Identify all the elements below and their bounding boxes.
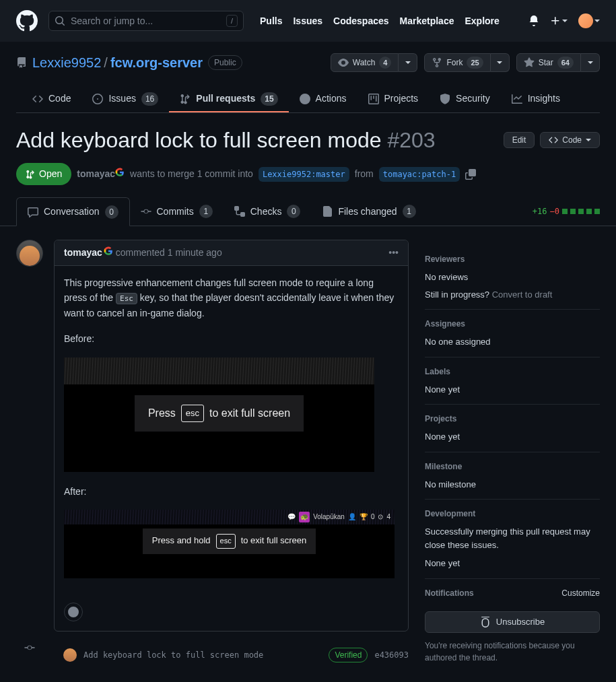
- tab-security[interactable]: Security: [429, 86, 501, 112]
- nav-issues[interactable]: Issues: [293, 14, 322, 28]
- nav-codespaces[interactable]: Codespaces: [333, 14, 388, 28]
- prtab-files[interactable]: Files changed1: [311, 198, 426, 226]
- comment-box: tomayac commented 1 minute ago ••• This …: [54, 240, 409, 632]
- tab-pull-requests[interactable]: Pull requests15: [169, 86, 288, 112]
- repo-icon: [16, 57, 27, 68]
- watch-button[interactable]: Watch4: [331, 53, 418, 72]
- base-branch[interactable]: Lexxie9952:master: [259, 167, 349, 182]
- pr-number: #203: [387, 128, 435, 152]
- watch-dropdown[interactable]: [399, 53, 417, 72]
- sidebar: Reviewers No reviews Still in progress? …: [425, 240, 600, 672]
- commit-sha[interactable]: e436093: [374, 649, 409, 661]
- pr-meta: Open tomayac wants to merge 1 commit int…: [16, 163, 600, 185]
- sidebar-assignees[interactable]: Assignees No one assigned: [425, 310, 600, 357]
- sidebar-labels[interactable]: Labels None yet: [425, 357, 600, 405]
- pr-header: Add keyboard lock to full screen mode #2…: [0, 113, 616, 185]
- verified-badge[interactable]: Verified: [329, 648, 368, 662]
- repo-tabs: Code Issues16 Pull requests15 Actions Pr…: [16, 86, 600, 113]
- repo-name[interactable]: fcw.org-server: [110, 55, 203, 70]
- breadcrumb: Lexxie9952/fcw.org-server: [32, 53, 203, 73]
- top-nav: Pulls Issues Codespaces Marketplace Expl…: [260, 14, 500, 28]
- comment-author[interactable]: tomayac: [64, 246, 113, 260]
- nav-pulls[interactable]: Pulls: [260, 14, 282, 28]
- visibility-badge: Public: [208, 55, 242, 70]
- commit-dot-icon: [24, 642, 35, 653]
- comment-body: This progressive enhancement changes ful…: [55, 266, 408, 600]
- sidebar-projects[interactable]: Projects None yet: [425, 405, 600, 452]
- comment-menu-icon[interactable]: •••: [388, 246, 399, 260]
- add-reaction-button[interactable]: [64, 603, 83, 621]
- pr-title: Add keyboard lock to full screen mode #2…: [16, 124, 436, 156]
- search-placeholder: Search or jump to...: [71, 14, 153, 28]
- repo-owner[interactable]: Lexxie9952: [32, 55, 101, 70]
- nav-marketplace[interactable]: Marketplace: [400, 14, 454, 28]
- google-badge-icon: [104, 246, 113, 256]
- convert-to-draft[interactable]: Convert to draft: [492, 289, 553, 300]
- pr-author[interactable]: tomayac: [77, 167, 125, 181]
- commit-avatar: [63, 648, 77, 662]
- comment-avatar[interactable]: [16, 240, 43, 267]
- search-slash-hint: /: [226, 15, 238, 28]
- before-screenshot[interactable]: Pressescto exit full screen: [64, 357, 374, 472]
- copy-icon[interactable]: [465, 169, 476, 180]
- search-icon: [55, 15, 65, 26]
- unsubscribe-button[interactable]: Unsubscribe: [425, 611, 600, 633]
- github-logo[interactable]: [16, 10, 38, 32]
- head-branch[interactable]: tomayac:patch-1: [379, 167, 460, 182]
- fork-button[interactable]: Fork25: [424, 53, 509, 72]
- global-header: Search or jump to... / Pulls Issues Code…: [0, 0, 616, 42]
- search-input[interactable]: Search or jump to... /: [48, 11, 244, 31]
- nav-explore[interactable]: Explore: [465, 14, 499, 28]
- user-menu[interactable]: [578, 13, 600, 28]
- sidebar-reviewers[interactable]: Reviewers No reviews Still in progress? …: [425, 245, 600, 310]
- tab-insights[interactable]: Insights: [501, 86, 571, 112]
- pr-tabs: Conversation0 Commits1 Checks0 Files cha…: [0, 197, 616, 226]
- pr-state-badge: Open: [16, 163, 71, 185]
- avatar: [578, 13, 593, 28]
- fork-dropdown[interactable]: [491, 53, 510, 72]
- commit-row[interactable]: Add keyboard lock to full screen mode Ve…: [54, 642, 409, 668]
- diffstat: +16 −0: [533, 205, 600, 217]
- after-screenshot[interactable]: 💬🐢Volapūkan👤🏆0⊙4 Press and holdescto exi…: [64, 510, 395, 578]
- edit-button[interactable]: Edit: [504, 132, 535, 148]
- prtab-conversation[interactable]: Conversation0: [16, 197, 130, 226]
- notifications-note: You're receiving notifications because y…: [425, 640, 600, 664]
- prtab-checks[interactable]: Checks0: [224, 198, 312, 226]
- tab-projects[interactable]: Projects: [357, 86, 430, 112]
- add-menu[interactable]: [550, 15, 568, 26]
- repo-header: Lexxie9952/fcw.org-server Public Watch4 …: [0, 42, 616, 113]
- commit-message: Add keyboard lock to full screen mode: [83, 649, 263, 661]
- google-badge-icon: [115, 168, 125, 177]
- sidebar-development[interactable]: Development Successfully merging this pu…: [425, 500, 600, 579]
- comment-timestamp: commented 1 minute ago: [116, 246, 222, 260]
- notifications-icon[interactable]: [528, 15, 539, 26]
- prtab-commits[interactable]: Commits1: [130, 198, 224, 226]
- sidebar-milestone[interactable]: Milestone No milestone: [425, 452, 600, 500]
- tab-actions[interactable]: Actions: [289, 86, 357, 112]
- tab-issues[interactable]: Issues16: [81, 86, 169, 112]
- code-button[interactable]: Code: [540, 132, 600, 148]
- star-button[interactable]: Star64: [516, 53, 600, 72]
- customize-link[interactable]: Customize: [561, 587, 600, 605]
- tab-code[interactable]: Code: [22, 86, 81, 112]
- star-dropdown[interactable]: [581, 53, 600, 72]
- sidebar-notifications: Notifications Customize Unsubscribe You'…: [425, 579, 600, 672]
- repo-actions: Watch4 Fork25 Star64: [331, 53, 600, 72]
